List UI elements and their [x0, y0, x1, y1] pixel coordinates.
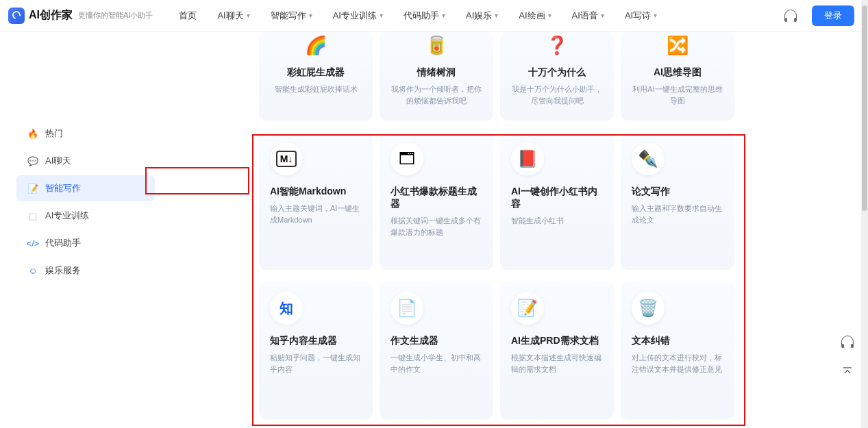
nav-item-label: AI写诗 — [625, 10, 651, 22]
card-row2-0[interactable]: M↓AI智能Markdown输入主题关键词，AI一键生成Markdown — [259, 133, 373, 270]
top-nav: 首页AI聊天▾智能写作▾AI专业训练▾代码助手▾AI娱乐▾AI绘画▾AI语音▾A… — [179, 10, 657, 22]
float-buttons — [839, 333, 856, 380]
chevron-down-icon: ▾ — [247, 12, 250, 19]
card-title: AI生成PRD需求文档 — [511, 334, 603, 347]
nav-item-8[interactable]: AI写诗▾ — [625, 10, 657, 22]
sidebar-item-4[interactable]: </>代码助手 — [16, 230, 155, 256]
header-right: 登录 — [784, 5, 854, 26]
logo[interactable]: AI创作家 — [8, 8, 73, 24]
card-icon: 📝 — [511, 292, 544, 325]
card-row1-1[interactable]: 🥫情绪树洞我将作为一个倾听者，把你的烦恼都告诉我吧 — [380, 32, 493, 121]
logo-subtitle: 更懂你的智能AI小助手 — [78, 10, 153, 21]
card-icon: 🥫 — [423, 32, 450, 59]
chevron-down-icon: ▾ — [495, 12, 498, 19]
nav-item-label: 首页 — [179, 10, 197, 22]
card-title: 情绪树洞 — [390, 66, 482, 78]
scrollbar-track[interactable] — [861, 0, 868, 428]
sidebar-item-0[interactable]: 🔥热门 — [16, 121, 155, 147]
scroll-top-icon[interactable] — [839, 364, 856, 380]
card-title: 知乎内容生成器 — [270, 334, 362, 347]
card-row2-3[interactable]: ✒️论文写作输入主题和字数要求自动生成论文 — [621, 133, 734, 270]
card-title: AI一键创作小红书内容 — [511, 185, 603, 210]
support-icon[interactable] — [784, 10, 797, 22]
logo-icon — [8, 8, 25, 24]
card-title: AI智能Markdown — [270, 185, 362, 197]
card-desc: 智能生成彩虹屁吹捧话术 — [270, 84, 362, 95]
nav-item-3[interactable]: AI专业训练▾ — [333, 10, 383, 22]
card-icon: 📄 — [390, 292, 423, 325]
row1: 🌈彩虹屁生成器智能生成彩虹屁吹捧话术🥫情绪树洞我将作为一个倾听者，把你的烦恼都告… — [259, 32, 734, 121]
chevron-down-icon: ▾ — [442, 12, 445, 19]
card-desc: 粘贴知乎问题，一键生成知乎内容 — [270, 352, 362, 375]
card-row3-3[interactable]: 🗑️文本纠错对上传的文本进行校对，标注错误文本并提供修正意见 — [621, 282, 734, 419]
sidebar-item-label: 智能写作 — [45, 182, 81, 194]
sidebar-item-label: 热门 — [45, 127, 63, 140]
header: AI创作家 更懂你的智能AI小助手 首页AI聊天▾智能写作▾AI专业训练▾代码助… — [0, 0, 868, 32]
nav-item-label: AI聊天 — [217, 10, 243, 22]
card-row1-0[interactable]: 🌈彩虹屁生成器智能生成彩虹屁吹捧话术 — [259, 32, 373, 121]
row3: 知知乎内容生成器粘贴知乎问题，一键生成知乎内容📄作文生成器一键生成小学生、初中和… — [259, 282, 734, 419]
card-title: 十万个为什么 — [511, 66, 603, 78]
card-icon: 🗑️ — [632, 292, 665, 325]
scrollbar-thumb[interactable] — [862, 5, 867, 211]
nav-item-label: 代码助手 — [404, 10, 439, 22]
card-icon: 知 — [270, 292, 303, 325]
row2: M↓AI智能Markdown输入主题关键词，AI一键生成Markdown🗔小红书… — [259, 133, 734, 270]
nav-item-6[interactable]: AI绘画▾ — [519, 10, 551, 22]
float-support-icon[interactable] — [839, 333, 856, 350]
nav-item-5[interactable]: AI娱乐▾ — [466, 10, 498, 22]
sidebar-item-2[interactable]: 📝智能写作 — [16, 175, 155, 201]
fire-icon: 🔥 — [27, 128, 38, 139]
nav-item-label: AI娱乐 — [466, 10, 492, 22]
card-icon: 🔀 — [664, 32, 691, 59]
logo-title: AI创作家 — [29, 8, 73, 23]
chevron-down-icon: ▾ — [654, 12, 657, 19]
sidebar-item-label: AI聊天 — [45, 155, 71, 167]
nav-item-2[interactable]: 智能写作▾ — [271, 10, 312, 22]
card-icon: ✒️ — [632, 142, 665, 175]
nav-item-4[interactable]: 代码助手▾ — [404, 10, 445, 22]
smile-icon: ☺ — [27, 265, 38, 276]
doc-icon: 📝 — [27, 183, 38, 194]
sidebar-item-3[interactable]: ⬚AI专业训练 — [16, 203, 155, 229]
card-row3-0[interactable]: 知知乎内容生成器粘贴知乎问题，一键生成知乎内容 — [259, 282, 373, 419]
card-icon: 🗔 — [390, 142, 423, 175]
card-row1-3[interactable]: 🔀AI思维导图利用AI一键生成完整的思维导图 — [621, 32, 734, 121]
cube-icon: ⬚ — [27, 210, 38, 221]
card-row1-2[interactable]: ❓十万个为什么我是十万个为什么小助手，尽管向我提问吧 — [500, 32, 614, 121]
card-row2-1[interactable]: 🗔小红书爆款标题生成器根据关键词一键生成多个有爆款潜力的标题 — [380, 133, 493, 270]
card-desc: 我将作为一个倾听者，把你的烦恼都告诉我吧 — [390, 84, 482, 106]
sidebar-item-label: 娱乐服务 — [45, 264, 81, 277]
content: 🔥热门💬AI聊天📝智能写作⬚AI专业训练</>代码助手☺娱乐服务 🌈彩虹屁生成器… — [0, 32, 868, 285]
card-desc: 对上传的文本进行校对，标注错误文本并提供修正意见 — [632, 352, 723, 375]
nav-item-0[interactable]: 首页 — [179, 10, 197, 22]
code-icon: </> — [27, 238, 38, 249]
sidebar-item-label: AI专业训练 — [45, 210, 89, 222]
card-title: AI思维导图 — [632, 66, 723, 78]
card-desc: 根据关键词一键生成多个有爆款潜力的标题 — [390, 215, 482, 238]
card-title: 小红书爆款标题生成器 — [390, 185, 482, 210]
nav-item-7[interactable]: AI语音▾ — [572, 10, 604, 22]
sidebar-item-1[interactable]: 💬AI聊天 — [16, 148, 155, 174]
nav-item-1[interactable]: AI聊天▾ — [217, 10, 249, 22]
card-title: 彩虹屁生成器 — [270, 66, 362, 78]
card-row3-1[interactable]: 📄作文生成器一键生成小学生、初中和高中的作文 — [380, 282, 493, 419]
card-row2-2[interactable]: 📕AI一键创作小红书内容智能生成小红书 — [500, 133, 614, 270]
card-title: 文本纠错 — [632, 334, 723, 347]
login-button[interactable]: 登录 — [812, 5, 854, 26]
nav-item-label: AI语音 — [572, 10, 598, 22]
card-desc: 利用AI一键生成完整的思维导图 — [632, 84, 723, 106]
sidebar-item-label: 代码助手 — [45, 237, 81, 249]
card-title: 论文写作 — [632, 185, 723, 197]
card-desc: 根据文本描述生成可快速编辑的需求文档 — [511, 352, 603, 375]
sidebar-item-5[interactable]: ☺娱乐服务 — [16, 257, 155, 284]
card-desc: 输入主题和字数要求自动生成论文 — [632, 203, 723, 225]
chat-icon: 💬 — [27, 155, 38, 166]
card-icon: ❓ — [543, 32, 571, 59]
chevron-down-icon: ▾ — [601, 12, 604, 19]
card-icon: 🌈 — [302, 32, 330, 59]
nav-item-label: 智能写作 — [271, 10, 306, 22]
card-desc: 智能生成小红书 — [511, 215, 603, 227]
card-icon: M↓ — [270, 142, 303, 175]
card-row3-2[interactable]: 📝AI生成PRD需求文档根据文本描述生成可快速编辑的需求文档 — [500, 282, 614, 419]
